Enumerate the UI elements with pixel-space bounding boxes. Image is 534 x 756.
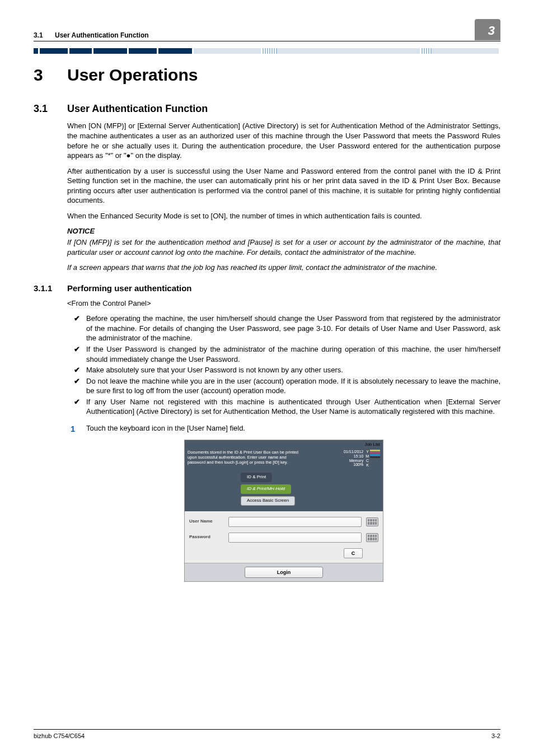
running-head-title: User Authentication Function — [55, 31, 149, 39]
footer-page: 3-2 — [491, 732, 500, 740]
checklist: Before operating the machine, the user h… — [67, 314, 500, 416]
status-info: 01/11/2012 15:10 Memory 100% — [344, 450, 363, 467]
sub-label: <From the Control Panel> — [67, 298, 500, 309]
paragraph: When [ON (MFP)] or [External Server Auth… — [67, 121, 500, 160]
notice-text: If a screen appears that warns that the … — [67, 263, 500, 273]
subsection-heading: 3.1.1 Performing user authentication — [34, 283, 500, 294]
login-screenshot: Job List Documents stored in the ID & Pr… — [184, 440, 383, 581]
toner-labels: Y M C K — [366, 450, 369, 468]
decorative-bar — [34, 48, 500, 54]
chapter-title: 3 User Operations — [34, 64, 500, 87]
list-item: If any User Name not registered with thi… — [67, 397, 500, 417]
step: 1 Touch the keyboard icon in the [User N… — [67, 423, 500, 433]
chapter-badge: 3 — [475, 19, 500, 40]
running-head: 3.1 User Authentication Function — [34, 31, 149, 40]
list-item: Do not leave the machine while you are i… — [67, 376, 500, 396]
step-text: Touch the keyboard icon in the [User Nam… — [86, 424, 245, 432]
access-basic-screen-button[interactable]: Access Basic Screen — [241, 496, 295, 506]
username-label: User Name — [189, 519, 228, 525]
step-number: 1 — [71, 423, 75, 435]
section-title: User Authentication Function — [67, 102, 208, 115]
keyboard-icon[interactable] — [366, 533, 378, 542]
section-heading: 3.1 User Authentication Function — [34, 102, 500, 115]
notice-heading: NOTICE — [67, 226, 500, 236]
page-footer: bizhub C754/C654 3-2 — [34, 729, 500, 740]
clear-button[interactable]: C — [344, 548, 363, 558]
running-head-number: 3.1 — [34, 31, 43, 39]
chapter-name: User Operations — [67, 64, 198, 87]
toner-gauge — [370, 450, 380, 459]
footer-model: bizhub C754/C654 — [34, 732, 85, 740]
paragraph: After authentication by a user is succes… — [67, 166, 500, 206]
id-print-tab[interactable]: ID & Print — [241, 473, 272, 482]
list-item: Before operating the machine, the user h… — [67, 314, 500, 343]
login-button[interactable]: Login — [245, 567, 323, 578]
list-item: If the User Password is changed by the a… — [67, 344, 500, 364]
begin-printing-button[interactable]: ID & Print/MH-Hold — [241, 484, 291, 494]
paragraph: When the Enhanced Security Mode is set t… — [67, 211, 500, 221]
keyboard-icon[interactable] — [366, 517, 378, 526]
username-input[interactable] — [228, 517, 362, 527]
subsection-number: 3.1.1 — [34, 283, 67, 294]
chapter-number: 3 — [34, 64, 67, 87]
section-number: 3.1 — [34, 102, 67, 115]
instruction-text: Documents stored in the ID & Print User … — [188, 450, 299, 465]
password-input[interactable] — [228, 533, 362, 543]
password-label: Password — [189, 534, 228, 540]
list-item: Make absolutely sure that your User Pass… — [67, 365, 500, 375]
job-list-button[interactable]: Job List — [364, 442, 380, 448]
notice-text: If [ON (MFP)] is set for the authenticat… — [67, 237, 500, 257]
subsection-title: Performing user authentication — [67, 283, 192, 294]
